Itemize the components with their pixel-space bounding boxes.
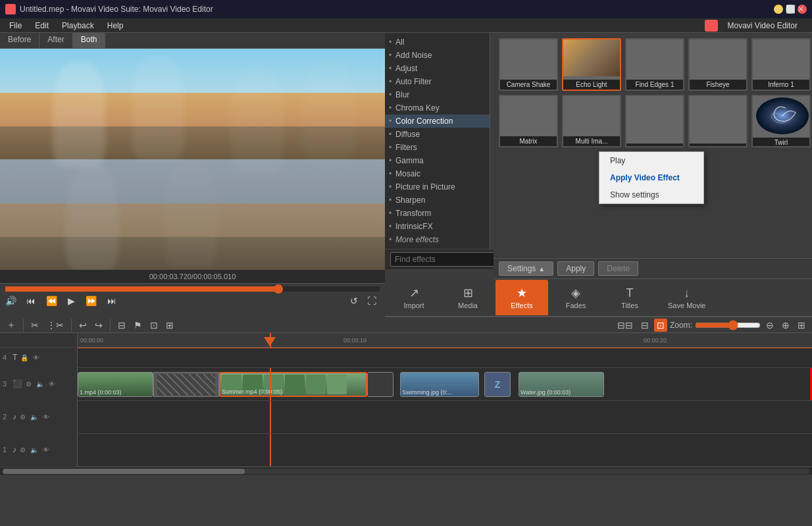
track-1-mute[interactable]: 🔈	[29, 446, 39, 454]
track-content-3[interactable]: 1.mp4 (0:00:03)	[78, 368, 812, 401]
effect-echo-light[interactable]: Echo Light	[562, 38, 621, 91]
sidebar-item-intrinsicfx[interactable]: IntrinsicFX	[385, 220, 490, 233]
apply-button[interactable]: Apply	[557, 261, 594, 276]
skip-start-button[interactable]: ⏮	[23, 294, 39, 307]
rewind-button[interactable]: ⏪	[43, 294, 61, 307]
track-1-settings[interactable]: ⚙	[18, 446, 27, 454]
sidebar-item-color-correction[interactable]: Color Correction	[385, 115, 490, 128]
minimize-button[interactable]: —	[774, 5, 783, 14]
fit-button[interactable]: ⊞	[795, 319, 808, 332]
find-effects-input[interactable]	[390, 252, 498, 267]
clip-water-jpg[interactable]: Water.jpg (0:00:03)	[519, 372, 604, 397]
tab-import[interactable]: ↗ Import	[388, 280, 440, 315]
menu-file[interactable]: File	[3, 20, 28, 32]
effect-find-edges-1[interactable]: Find Edges 1	[625, 38, 684, 91]
track-2-eye[interactable]: 👁	[41, 413, 51, 421]
view-mode-2[interactable]: ⊟	[638, 319, 651, 332]
skip-end-button[interactable]: ⏭	[104, 294, 120, 307]
sidebar-item-add-noise[interactable]: Add Noise	[385, 49, 490, 62]
tab-titles[interactable]: T Titles	[603, 280, 656, 315]
clip-1mp4[interactable]: 1.mp4 (0:00:03)	[78, 372, 153, 397]
close-button[interactable]: ✕	[798, 5, 807, 14]
menu-help[interactable]: Help	[101, 20, 130, 32]
clip-z[interactable]: Z	[484, 372, 511, 397]
effect-camera-shake[interactable]: Camera Shake	[499, 38, 558, 91]
sidebar-item-sharpen[interactable]: Sharpen	[385, 194, 490, 207]
track-ruler[interactable]: 00:00:00 00:00:10 00:00:20 1.mp4 (0:00:0…	[78, 333, 812, 467]
progress-handle[interactable]	[274, 284, 283, 294]
track-1-eye[interactable]: 👁	[41, 446, 51, 454]
track-4-lock[interactable]: 🔒	[19, 354, 30, 362]
playhead-triangle[interactable]	[264, 337, 276, 348]
sidebar-item-picture-in-picture[interactable]: Picture in Picture	[385, 180, 490, 194]
tab-after[interactable]: After	[39, 33, 72, 48]
effect-matrix[interactable]: Matrix	[499, 95, 558, 147]
sidebar-item-more-effects[interactable]: More effects	[385, 233, 490, 246]
track-content-2[interactable]	[78, 401, 812, 434]
track-4-eye[interactable]: 👁	[32, 354, 41, 362]
loop-button[interactable]: ↺	[347, 294, 361, 307]
tab-effects[interactable]: ★ Effects	[495, 280, 548, 315]
tab-media[interactable]: ⊞ Media	[442, 280, 494, 315]
sidebar-item-diffuse[interactable]: Diffuse	[385, 128, 490, 141]
view-mode-3[interactable]: ⊡	[654, 319, 667, 332]
snap-button[interactable]: ⊟	[115, 319, 128, 332]
tab-both[interactable]: Both	[73, 33, 106, 48]
effect-twirl[interactable]: Twirl	[751, 95, 811, 147]
menu-edit[interactable]: Edit	[28, 20, 55, 32]
progress-bar-container[interactable]	[5, 286, 380, 292]
sidebar-item-adjust[interactable]: Adjust	[385, 62, 490, 75]
clip-swimming-jpg[interactable]: Swimming.jpg (0:...	[400, 372, 479, 397]
horizontal-scrollbar[interactable]	[0, 467, 812, 475]
effect-fisheye[interactable]: Fisheye	[688, 38, 748, 91]
sidebar-item-transform[interactable]: Transform	[385, 207, 490, 220]
redo-button[interactable]: ↪	[92, 319, 105, 332]
tab-before[interactable]: Before	[0, 33, 39, 48]
track-2-settings[interactable]: ⚙	[18, 413, 27, 421]
sidebar-item-all[interactable]: All	[385, 36, 490, 49]
delete-button[interactable]: Delete	[598, 261, 638, 276]
scrollbar-thumb[interactable]	[3, 469, 245, 474]
add-track-button[interactable]: ＋	[4, 318, 18, 332]
fullscreen-button[interactable]: ⛶	[364, 294, 380, 307]
tab-save-movie[interactable]: ↓ Save Movie	[657, 280, 716, 315]
split-button[interactable]: ⋮✂	[44, 319, 66, 332]
maximize-button[interactable]: ⬜	[786, 5, 795, 14]
view-mode-1[interactable]: ⊟⊟	[615, 319, 636, 332]
trim-button[interactable]: ⊡	[147, 319, 161, 332]
more-tools-button[interactable]: ⊞	[163, 319, 176, 332]
undo-button[interactable]: ↩	[76, 319, 89, 332]
ctx-apply-video-effect[interactable]: Apply Video Effect	[599, 169, 703, 186]
marker-button[interactable]: ⚑	[131, 319, 145, 332]
fast-forward-button[interactable]: ⏩	[82, 294, 100, 307]
effect-multi-image[interactable]: Multi Ima...	[562, 95, 621, 147]
menu-playback[interactable]: Playback	[55, 20, 101, 32]
sidebar-item-auto-filter[interactable]: Auto Filter	[385, 75, 490, 88]
playhead-track-1	[270, 434, 271, 466]
track-3-settings[interactable]: ⚙	[24, 380, 33, 388]
track-content-4[interactable]	[78, 348, 812, 368]
zoom-out-button[interactable]: ⊖	[763, 319, 776, 332]
sidebar-item-blur[interactable]: Blur	[385, 88, 490, 101]
track-3-eye[interactable]: 👁	[47, 380, 57, 388]
effect-inferno-1[interactable]: Inferno 1	[751, 38, 811, 91]
sidebar-item-filters[interactable]: Filters	[385, 141, 490, 154]
track-icon-3: ⬛	[13, 379, 22, 388]
ctx-show-settings[interactable]: Show settings	[599, 186, 703, 203]
ctx-play[interactable]: Play	[599, 152, 703, 169]
clip-transition-2[interactable]	[367, 372, 393, 397]
play-button[interactable]: ▶	[64, 294, 78, 307]
clip-transition-1[interactable]	[153, 372, 219, 397]
track-content-1[interactable]	[78, 434, 812, 467]
sidebar-item-mosaic[interactable]: Mosaic	[385, 167, 490, 180]
track-3-mute[interactable]: 🔈	[35, 380, 45, 388]
cut-button[interactable]: ✂	[28, 319, 41, 332]
sidebar-item-chroma-key[interactable]: Chroma Key	[385, 101, 490, 115]
sidebar-item-gamma[interactable]: Gamma	[385, 154, 490, 167]
settings-button[interactable]: Settings ▲	[499, 261, 553, 276]
clip-summer-mp4[interactable]: Summer.mp4 (0:00:05)	[219, 372, 367, 397]
zoom-in-button[interactable]: ⊕	[779, 319, 792, 332]
tab-fades[interactable]: ◈ Fades	[549, 280, 602, 315]
zoom-slider[interactable]	[695, 320, 761, 330]
track-2-mute[interactable]: 🔈	[29, 413, 39, 421]
